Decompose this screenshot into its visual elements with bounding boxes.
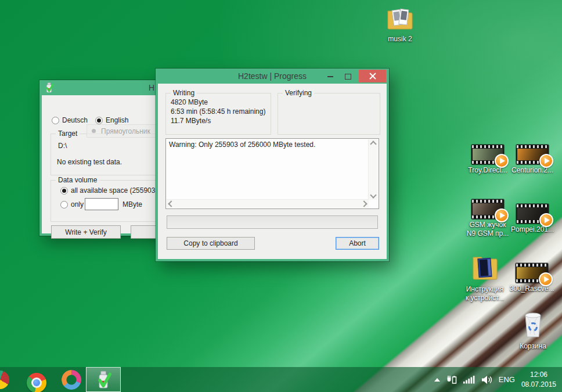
icon-label: Pompei.201... [504, 225, 561, 234]
writing-mbyte: 4820 MByte [171, 98, 208, 106]
recycle-bin-icon [523, 310, 543, 339]
desktop-icon-300-rascvet[interactable]: 300_Rascve... [502, 263, 562, 293]
writing-speed: 11.7 MByte/s [171, 117, 211, 125]
minimize-icon [327, 76, 333, 77]
music-folder-icon [386, 7, 414, 31]
tray-battery-icon[interactable] [446, 375, 457, 384]
abort-button[interactable]: Abort [336, 237, 379, 250]
h2testw-usb-check-icon [95, 371, 111, 389]
tray-speaker-icon[interactable] [481, 375, 492, 384]
close-icon [369, 73, 376, 80]
system-tray: ENG 12:06 08.07.2015 [434, 367, 556, 392]
minimize-button[interactable] [323, 71, 338, 82]
play-badge-icon [539, 272, 553, 286]
close-button[interactable] [359, 70, 386, 82]
writing-time: 6:53 min (5:58:45 h remaining) [171, 107, 265, 116]
radio-deutsch[interactable]: Deutsch [52, 116, 88, 124]
radio-icon[interactable] [60, 187, 68, 195]
abort-button-label: Abort [349, 239, 366, 247]
verifying-group-label: Verifying [283, 89, 314, 97]
progress-bar [167, 215, 378, 229]
icon-label: musik 2 [373, 35, 427, 44]
language-indicator[interactable]: ENG [499, 375, 515, 384]
radio-english-label: English [106, 116, 128, 124]
desktop-icon-musik2[interactable]: musik 2 [373, 7, 427, 44]
scroll-down-button[interactable] [369, 190, 378, 200]
maximize-button[interactable] [340, 71, 355, 82]
log-warning-text: Warning: Only 255903 of 256000 MByte tes… [169, 141, 315, 149]
hidden-icons-arrow[interactable] [434, 378, 440, 382]
desktop-icon-pompei[interactable]: Pompei.201... [504, 204, 561, 234]
radio-icon[interactable] [60, 201, 68, 208]
verifying-groupbox: Verifying [278, 93, 380, 135]
radio-icon[interactable] [52, 117, 59, 124]
video-file-icon [471, 199, 504, 219]
desktop-icon-centurion[interactable]: Centurion.2... [504, 145, 561, 175]
taskbar: ENG 12:06 08.07.2015 [0, 367, 562, 392]
ghost-bullet-icon [92, 129, 96, 133]
log-listbox[interactable]: Warning: Only 255903 of 256000 MByte tes… [165, 138, 379, 209]
scroll-down-icon [370, 192, 376, 198]
h2testw-usb-check-icon [44, 82, 54, 93]
icon-label: 300_Rascve... [502, 285, 562, 293]
main-window-title: H [149, 83, 154, 92]
play-badge-icon [539, 154, 553, 168]
mbyte-unit-label: MByte [123, 200, 142, 208]
scroll-left-icon [168, 200, 174, 207]
clock-time: 12:06 [521, 370, 556, 380]
write-verify-button-label: Write + Verify [65, 228, 106, 236]
ghost-tooltip-label: Прямоугольник [101, 127, 150, 135]
video-file-icon [516, 263, 548, 283]
icon-label-line2: к устройст... [456, 294, 513, 303]
vertical-scrollbar[interactable] [368, 139, 378, 200]
radio-only[interactable]: only [60, 200, 84, 208]
progress-titlebar[interactable]: H2testw | Progress [156, 69, 389, 84]
data-volume-group-label: Data volume [56, 176, 99, 184]
radio-english[interactable]: English [95, 116, 128, 124]
dvd-folder-icon [471, 254, 498, 282]
play-badge-icon [539, 213, 553, 227]
scroll-right-icon [361, 200, 367, 207]
target-path: D:\ [58, 142, 67, 150]
icon-label: Centurion.2... [504, 166, 561, 175]
clock-date: 08.07.2015 [521, 380, 556, 390]
desktop: musik 2 Troy.Direct... Centurion.2... GS… [0, 0, 562, 392]
target-group-label: Target [56, 130, 80, 138]
write-verify-button[interactable]: Write + Verify [51, 225, 121, 239]
scroll-right-button[interactable] [359, 199, 369, 208]
scroll-up-icon [370, 141, 376, 147]
h2testw-progress-window: H2testw | Progress Writing 4820 MByte 6:… [156, 69, 389, 261]
copy-button-label: Copy to clipboard [183, 239, 237, 247]
scroll-up-button[interactable] [369, 139, 378, 149]
video-file-icon [516, 204, 549, 224]
desktop-icon-korzina[interactable]: Корзина [506, 310, 560, 351]
radio-icon[interactable] [95, 117, 103, 124]
tray-signal-icon[interactable] [463, 375, 475, 384]
sync-arrows-icon[interactable] [62, 370, 81, 390]
h2testw-taskbar-button[interactable] [86, 367, 121, 392]
icon-label: Корзина [506, 342, 560, 351]
radio-only-label: only [71, 200, 84, 208]
radio-deutsch-label: Deutsch [62, 116, 88, 124]
video-file-icon [516, 145, 549, 164]
progress-client: Writing 4820 MByte 6:53 min (5:58:45 h r… [158, 84, 387, 259]
writing-groupbox: Writing 4820 MByte 6:53 min (5:58:45 h r… [165, 93, 271, 135]
scroll-left-button[interactable] [167, 199, 176, 208]
taskbar-clock[interactable]: 12:06 08.07.2015 [521, 370, 556, 390]
horizontal-scrollbar[interactable] [167, 199, 369, 208]
maximize-icon [345, 74, 351, 80]
target-status: No existing test data. [57, 158, 122, 166]
chrome-icon[interactable] [27, 373, 46, 392]
writing-group-label: Writing [171, 89, 197, 97]
only-mbyte-input[interactable] [85, 198, 118, 210]
partial-app-icon[interactable] [0, 371, 9, 389]
video-file-icon [471, 145, 504, 164]
copy-to-clipboard-button[interactable]: Copy to clipboard [167, 237, 255, 250]
